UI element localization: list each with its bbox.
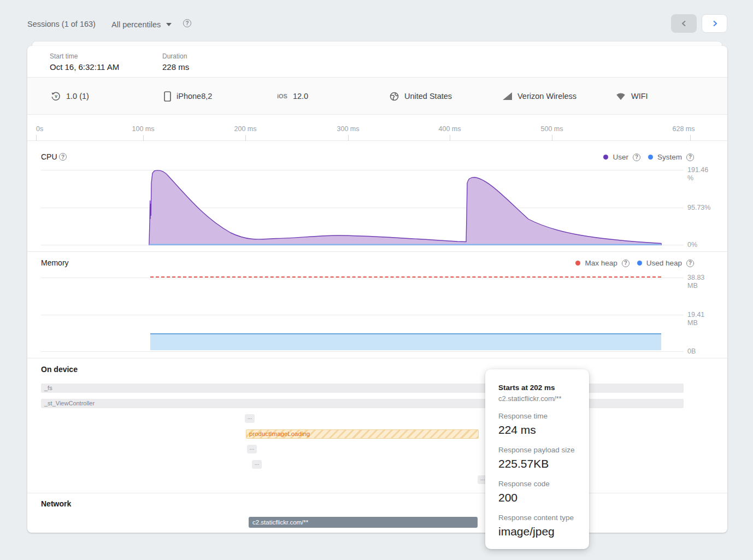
duration-value: 228 ms (162, 62, 189, 72)
carrier-item: Verizon Wireless (503, 78, 576, 115)
chevron-right-icon (711, 20, 718, 27)
memory-gridline-mid (41, 315, 684, 315)
max-heap-line[interactable] (150, 276, 661, 278)
chevron-left-icon (681, 20, 687, 27)
os-icon: iOS (277, 93, 287, 99)
collapsed-trace-chip[interactable]: ... (252, 460, 262, 469)
collapsed-trace-chip[interactable]: ... (247, 445, 257, 453)
memory-axis-zero: 0B (687, 347, 696, 356)
system-legend-label: System (657, 153, 682, 161)
user-help-icon[interactable]: ? (633, 154, 640, 161)
cpu-legend-system: System ? (648, 153, 694, 161)
system-help-icon[interactable]: ? (686, 154, 694, 161)
trace-bar-product-image-loading[interactable]: productImageLoading (246, 429, 479, 439)
wifi-icon (616, 92, 626, 101)
globe-icon (390, 92, 399, 101)
max-heap-legend-label: Max heap (585, 259, 617, 267)
used-heap-area[interactable] (150, 333, 661, 350)
max-heap-legend-dot (575, 261, 580, 266)
session-info-header: Start time Oct 16, 6:32:11 AM Duration 2… (27, 46, 727, 78)
percentiles-dropdown-label: All percentiles (111, 20, 161, 29)
network-request-tooltip: Starts at 202 ms c2.staticflickr.com/** … (485, 369, 589, 549)
axis-tick-label: 500 ms (541, 125, 563, 133)
memory-axis-mid: 19.41MB (687, 311, 704, 327)
memory-legend: Max heap ? Used heap ? (575, 259, 694, 267)
used-heap-help-icon[interactable]: ? (686, 260, 694, 267)
memory-gridline-zero (41, 351, 684, 352)
cpu-legend: User ? System ? (603, 153, 694, 161)
start-time-block: Start time Oct 16, 6:32:11 AM (50, 52, 119, 72)
trace-label: productImageLoading (249, 431, 310, 437)
response-code-label: Response code (498, 480, 579, 488)
axis-tick-label: 200 ms (234, 125, 257, 133)
response-content-type-label: Response content type (498, 514, 579, 522)
axis-tick-mark (690, 135, 691, 141)
app-version-icon: v (51, 91, 61, 101)
axis-tick-mark (245, 135, 246, 141)
response-code-value: 200 (498, 491, 579, 504)
timeline-axis: 0s 100 ms 200 ms 300 ms 400 ms 500 ms 62… (27, 115, 727, 141)
on-device-section-divider (27, 493, 727, 493)
app-version-item: v 1.0 (1) (51, 78, 89, 115)
max-heap-help-icon[interactable]: ? (622, 260, 630, 267)
percentiles-dropdown[interactable]: All percentiles (111, 18, 172, 31)
top-bar: Sessions (1 of 163) All percentiles ? (0, 0, 753, 38)
used-heap-legend-dot (637, 261, 642, 266)
chevron-down-icon (166, 23, 172, 26)
memory-section-title: Memory (41, 258, 69, 267)
carrier-signal-icon (503, 92, 512, 100)
cpu-axis-top: 191.46% (687, 166, 708, 182)
network-request-bar[interactable]: c2.staticflickr.com/** (249, 517, 478, 528)
user-legend-label: User (613, 153, 628, 161)
memory-gridline-top (41, 278, 684, 278)
cpu-axis-zero: 0% (687, 241, 697, 249)
axis-tick-label: 400 ms (439, 125, 461, 133)
start-time-value: Oct 16, 6:32:11 AM (50, 62, 119, 72)
start-time-label: Start time (50, 52, 119, 60)
used-heap-legend-label: Used heap (646, 259, 682, 267)
response-content-type-value: image/jpeg (498, 525, 579, 538)
radio-label: WIFI (631, 92, 648, 101)
next-session-button[interactable] (702, 14, 727, 33)
cpu-axis-mid: 95.73% (687, 204, 710, 212)
cpu-user-area (149, 170, 661, 245)
axis-tick-label: 0s (36, 125, 43, 133)
response-time-value: 224 ms (498, 423, 579, 437)
cpu-legend-user: User ? (603, 153, 640, 161)
response-payload-value: 225.57KB (498, 457, 579, 470)
collapsed-trace-chip[interactable]: ... (245, 414, 255, 423)
os-version-item: iOS 12.0 (277, 78, 308, 115)
device-model-item: iPhone8,2 (164, 78, 212, 115)
user-legend-dot (603, 155, 608, 160)
system-legend-dot (648, 155, 653, 160)
tooltip-start-time: Starts at 202 ms (498, 384, 579, 392)
memory-section-divider (27, 358, 727, 358)
session-detail-card: Start time Oct 16, 6:32:11 AM Duration 2… (27, 46, 727, 533)
axis-tick-mark (36, 135, 37, 141)
radio-item: WIFI (616, 78, 648, 115)
response-payload-label: Response payload size (498, 446, 579, 454)
memory-legend-max-heap: Max heap ? (575, 259, 629, 267)
duration-block: Duration 228 ms (162, 52, 189, 72)
country-item: United States (390, 78, 452, 115)
device-model-label: iPhone8,2 (177, 92, 212, 101)
cpu-usage-chart[interactable] (41, 167, 684, 245)
previous-session-button[interactable] (671, 14, 697, 33)
axis-tick-label: 100 ms (132, 125, 155, 133)
response-time-label: Response time (498, 412, 579, 420)
axis-tick-label: 300 ms (337, 125, 360, 133)
svg-text:v: v (55, 93, 57, 99)
os-version-label: 12.0 (293, 92, 308, 101)
axis-tick-mark (143, 135, 144, 141)
cpu-section-divider (27, 251, 727, 252)
device-attributes-row: v 1.0 (1) iPhone8,2 iOS 12.0 United Stat… (27, 78, 727, 115)
on-device-section-title: On device (41, 365, 78, 374)
memory-legend-used-heap: Used heap ? (637, 259, 694, 267)
sessions-help-icon[interactable]: ? (183, 19, 191, 27)
app-version-label: 1.0 (1) (66, 92, 89, 101)
cpu-help-icon[interactable]: ? (59, 153, 67, 161)
network-section-title: Network (41, 499, 71, 508)
axis-tick-mark (552, 135, 552, 141)
memory-axis-top: 38.83MB (687, 274, 704, 290)
carrier-label: Verizon Wireless (517, 92, 576, 101)
